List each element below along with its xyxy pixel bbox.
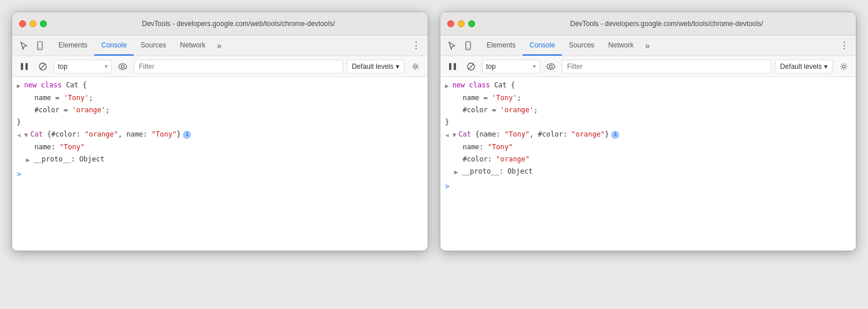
r-prompt-line: > <box>440 178 856 195</box>
console-toolbar-left: top ▾ Default levels ▾ <box>12 56 428 77</box>
svg-point-14 <box>550 65 553 68</box>
devtools-window-left: DevTools - developers.google.com/web/too… <box>12 12 428 251</box>
expand-icon-1[interactable]: ▶ <box>17 81 21 91</box>
console-output-left: ▶ new class Cat { name = 'Tony'; #color … <box>12 77 428 251</box>
svg-rect-3 <box>25 63 28 70</box>
default-levels-btn-left[interactable]: Default levels ▾ <box>347 60 404 73</box>
filter-input-left[interactable] <box>134 60 343 73</box>
window-title-right: DevTools - developers.google.com/web/too… <box>484 20 849 28</box>
tab-more-left[interactable]: » <box>212 35 226 56</box>
console-line-2: name = 'Tony'; <box>12 92 428 104</box>
r-console-line-5: ◀ ▼ Cat {name: "Tony", #color: "orange"}… <box>440 128 856 141</box>
info-icon-right: i <box>611 131 619 139</box>
tab-more-right[interactable]: » <box>641 35 654 56</box>
console-line-6: name: "Tony" <box>12 141 428 153</box>
tab-bar-icons-left <box>17 39 47 53</box>
traffic-lights-left <box>19 20 47 27</box>
cursor-icon[interactable] <box>17 39 31 53</box>
r-console-line-7: #color: "orange" <box>440 153 856 165</box>
tab-sources-left[interactable]: Sources <box>134 35 173 56</box>
tab-elements-right[interactable]: Elements <box>480 35 523 56</box>
tab-bar-tabs-right: Elements Console Sources Network » <box>480 35 837 56</box>
dropdown-arrow-right: ▾ <box>533 63 536 69</box>
r-console-line-8: ▶ __proto__: Object <box>440 165 856 178</box>
eye-button-right[interactable] <box>543 59 558 74</box>
r-expand-icon-1[interactable]: ▶ <box>445 81 449 91</box>
console-line-7: ▶ __proto__: Object <box>12 153 428 166</box>
minimize-button-right[interactable] <box>458 20 465 27</box>
console-line-3: #color = 'orange'; <box>12 104 428 116</box>
menu-dots-right[interactable]: ⋮ <box>837 39 851 53</box>
r-proto-arrow[interactable]: ▶ <box>454 167 458 178</box>
eye-button-left[interactable] <box>115 59 130 74</box>
expand-cat-left[interactable]: ▼ <box>24 130 28 141</box>
svg-rect-11 <box>454 63 456 70</box>
tab-network-left[interactable]: Network <box>173 35 212 56</box>
tab-sources-right[interactable]: Sources <box>562 35 601 56</box>
devtools-window-right: DevTools - developers.google.com/web/too… <box>440 12 856 251</box>
tab-bar-tabs-left: Elements Console Sources Network » <box>52 35 409 56</box>
prompt-left[interactable]: > <box>17 168 21 181</box>
info-icon-left: i <box>183 131 191 139</box>
close-button-right[interactable] <box>447 20 454 27</box>
left-arrow-left: ◀ <box>17 130 21 141</box>
console-toolbar-right: top ▾ Default levels ▾ <box>440 56 856 77</box>
r-console-line-1: ▶ new class Cat { <box>440 79 856 92</box>
title-bar-left: DevTools - developers.google.com/web/too… <box>12 12 428 35</box>
tab-bar-end-right: ⋮ <box>837 39 851 53</box>
console-line-5: ◀ ▼ Cat {#color: "orange", name: "Tony"}… <box>12 128 428 141</box>
prompt-right[interactable]: > <box>445 181 450 193</box>
context-selector-right[interactable]: top ▾ <box>482 60 540 73</box>
window-title-left: DevTools - developers.google.com/web/too… <box>56 20 421 28</box>
filter-input-right[interactable] <box>562 60 771 73</box>
tab-network-right[interactable]: Network <box>601 35 641 56</box>
minimize-button-left[interactable] <box>30 20 36 27</box>
dropdown-arrow-left: ▾ <box>105 63 108 69</box>
cursor-icon-right[interactable] <box>445 39 459 53</box>
context-selector-left[interactable]: top ▾ <box>54 60 112 73</box>
prompt-line-left: > <box>12 166 428 183</box>
r-left-arrow: ◀ <box>445 130 449 141</box>
r-console-line-4: } <box>440 116 856 128</box>
ban-button-left[interactable] <box>35 59 50 74</box>
console-line-4: } <box>12 116 428 128</box>
menu-dots-left[interactable]: ⋮ <box>409 39 423 53</box>
svg-point-6 <box>122 65 124 68</box>
gear-button-right[interactable] <box>836 59 851 74</box>
svg-point-9 <box>468 47 469 49</box>
tab-bar-left: Elements Console Sources Network » ⋮ <box>12 35 428 56</box>
tab-elements-left[interactable]: Elements <box>52 35 94 56</box>
maximize-button-right[interactable] <box>468 20 475 27</box>
maximize-button-left[interactable] <box>40 20 47 27</box>
svg-point-15 <box>843 65 845 68</box>
svg-point-7 <box>414 65 417 68</box>
tab-bar-end-left: ⋮ <box>409 39 423 53</box>
svg-line-13 <box>469 64 474 69</box>
svg-rect-10 <box>449 63 451 70</box>
svg-point-1 <box>39 47 41 49</box>
tab-console-right[interactable]: Console <box>523 35 562 56</box>
r-console-line-6: name: "Tony" <box>440 141 856 153</box>
svg-line-5 <box>41 64 46 69</box>
traffic-lights-right <box>447 20 475 27</box>
tab-bar-right: Elements Console Sources Network » ⋮ <box>440 35 856 56</box>
r-expand-cat[interactable]: ▼ <box>453 130 457 141</box>
console-output-right: ▶ new class Cat { name = 'Tony'; #color … <box>440 77 856 251</box>
r-console-line-2: name = 'Tony'; <box>440 92 856 104</box>
play-button-left[interactable] <box>17 59 32 74</box>
mobile-icon[interactable] <box>33 39 47 53</box>
mobile-icon-right[interactable] <box>461 39 475 53</box>
ban-button-right[interactable] <box>464 59 479 74</box>
svg-rect-2 <box>21 63 23 70</box>
play-button-right[interactable] <box>445 59 460 74</box>
default-levels-btn-right[interactable]: Default levels ▾ <box>775 60 833 73</box>
tab-console-left[interactable]: Console <box>94 35 134 56</box>
proto-arrow-left[interactable]: ▶ <box>26 155 30 165</box>
r-console-line-3: #color = 'orange'; <box>440 104 856 116</box>
title-bar-right: DevTools - developers.google.com/web/too… <box>440 12 856 35</box>
gear-button-left[interactable] <box>408 59 423 74</box>
console-line-1: ▶ new class Cat { <box>12 79 428 92</box>
tab-bar-icons-right <box>445 39 475 53</box>
close-button-left[interactable] <box>19 20 26 27</box>
